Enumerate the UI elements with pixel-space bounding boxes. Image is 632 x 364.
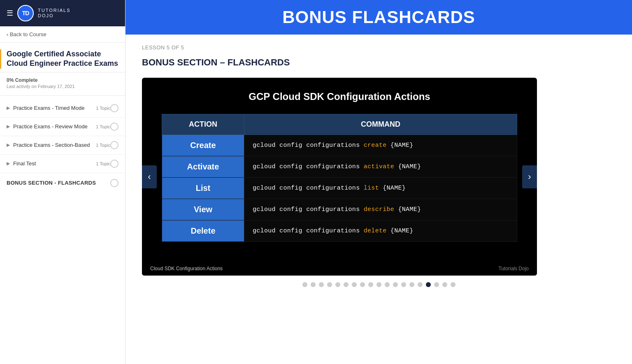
course-title: Google Certified Associate Cloud Enginee…	[0, 43, 125, 72]
sidebar-item-final-test-left: ▶ Final Test	[7, 160, 96, 167]
command-view: gcloud config configurations describe {N…	[244, 199, 517, 220]
carousel-dot[interactable]	[376, 282, 381, 287]
carousel-dot[interactable]	[368, 282, 373, 287]
sidebar-item-timed-mode-label: Practice Exams - Timed Mode	[13, 105, 84, 111]
carousel-dot[interactable]	[352, 282, 357, 287]
logo-icon: TD	[17, 5, 34, 21]
carousel-dot[interactable]	[311, 282, 316, 287]
carousel-dot[interactable]	[442, 282, 447, 287]
progress-percentage: 0% Complete	[7, 77, 118, 83]
progress-date: Last activity on February 17, 2021	[7, 84, 118, 89]
carousel-dot[interactable]	[302, 282, 307, 287]
flashcard-container: ‹ GCP Cloud SDK Configuration Actions AC…	[142, 78, 537, 276]
sidebar-item-timed-mode[interactable]: ▶ Practice Exams - Timed Mode 1 Topic	[0, 99, 125, 118]
action-activate: Activate	[162, 156, 244, 178]
sidebar-items: ▶ Practice Exams - Timed Mode 1 Topic ▶ …	[0, 96, 125, 196]
carousel-dot[interactable]	[344, 282, 349, 287]
command-activate: gcloud config configurations activate {N…	[244, 156, 517, 178]
sidebar-header: ☰ TD TUTORIALS DOJO	[0, 0, 125, 26]
sidebar-item-review-mode-circle	[110, 123, 118, 131]
action-list: List	[162, 178, 244, 199]
sidebar: ☰ TD TUTORIALS DOJO ‹ Back to Course Goo…	[0, 0, 125, 364]
sidebar-item-timed-mode-topic: 1 Topic	[96, 106, 110, 111]
prev-arrow-button[interactable]: ‹	[142, 165, 157, 188]
next-arrow-button[interactable]: ›	[522, 165, 537, 188]
main-content: BONUS FLASHCARDS LESSON 5 OF 5 BONUS SEC…	[125, 0, 632, 364]
chevron-right-icon: ▶	[7, 105, 10, 111]
table-row: Delete gcloud config configurations dele…	[162, 220, 517, 242]
sidebar-item-review-mode-left: ▶ Practice Exams - Review Mode	[7, 123, 96, 130]
flashcard-heading: GCP Cloud SDK Configuration Actions	[162, 91, 517, 102]
dots-container	[142, 282, 616, 287]
command-delete: gcloud config configurations delete {NAM…	[244, 220, 517, 242]
table-row: Activate gcloud config configurations ac…	[162, 156, 517, 178]
section-title: BONUS SECTION – FLASHCARDS	[142, 57, 616, 68]
sdk-table: ACTION COMMAND Create gcloud config conf…	[162, 114, 517, 242]
col-action-header: ACTION	[162, 114, 244, 135]
sidebar-item-final-test-circle	[110, 160, 118, 168]
lesson-indicator: LESSON 5 OF 5	[142, 44, 616, 51]
sidebar-item-timed-mode-circle	[110, 104, 118, 112]
sidebar-item-bonus-circle	[110, 179, 118, 187]
command-create: gcloud config configurations create {NAM…	[244, 135, 517, 156]
carousel-dot[interactable]	[319, 282, 324, 287]
chevron-right-icon: ▶	[7, 161, 10, 166]
carousel-dot[interactable]	[335, 282, 340, 287]
sidebar-item-review-mode[interactable]: ▶ Practice Exams - Review Mode 1 Topic	[0, 118, 125, 136]
table-row: Create gcloud config configurations crea…	[162, 135, 517, 156]
sidebar-item-final-test-label: Final Test	[13, 160, 36, 167]
table-row: List gcloud config configurations list {…	[162, 178, 517, 199]
card-footer-left: Cloud SDK Configuration Actions	[150, 266, 223, 271]
carousel-dot[interactable]	[426, 282, 431, 287]
card-footer-right: Tutorials Dojo	[498, 266, 529, 271]
sidebar-item-section-based-label: Practice Exams - Section-Based	[13, 142, 90, 148]
banner-title: BONUS FLASHCARDS	[282, 7, 475, 27]
logo-text: TUTORIALS DOJO	[38, 8, 71, 19]
sidebar-item-review-mode-topic: 1 Topic	[96, 124, 110, 129]
sidebar-item-review-mode-label: Practice Exams - Review Mode	[13, 123, 88, 130]
sidebar-item-final-test[interactable]: ▶ Final Test 1 Topic	[0, 155, 125, 173]
hamburger-icon[interactable]: ☰	[7, 9, 13, 18]
chevron-right-icon: ▶	[7, 142, 10, 148]
action-view: View	[162, 199, 244, 220]
sidebar-item-section-based[interactable]: ▶ Practice Exams - Section-Based 1 Topic	[0, 136, 125, 155]
flashcard-inner: GCP Cloud SDK Configuration Actions ACTI…	[142, 78, 537, 262]
sidebar-item-bonus-flashcards[interactable]: BONUS SECTION - FLASHCARDS	[0, 173, 125, 193]
carousel-dot[interactable]	[327, 282, 332, 287]
action-delete: Delete	[162, 220, 244, 242]
chevron-right-icon: ▶	[7, 124, 10, 129]
col-command-header: COMMAND	[244, 114, 517, 135]
content-area: LESSON 5 OF 5 BONUS SECTION – FLASHCARDS…	[125, 35, 632, 364]
carousel-dot[interactable]	[418, 282, 423, 287]
card-footer: Cloud SDK Configuration Actions Tutorial…	[142, 262, 537, 276]
sidebar-item-final-test-topic: 1 Topic	[96, 161, 110, 166]
carousel-dot[interactable]	[434, 282, 439, 287]
progress-section: 0% Complete Last activity on February 17…	[0, 72, 125, 96]
sidebar-item-section-based-topic: 1 Topic	[96, 143, 110, 148]
table-row: View gcloud config configurations descri…	[162, 199, 517, 220]
carousel-dot[interactable]	[360, 282, 365, 287]
sidebar-item-timed-mode-left: ▶ Practice Exams - Timed Mode	[7, 105, 96, 111]
back-to-course-link[interactable]: ‹ Back to Course	[0, 26, 125, 43]
carousel-dot[interactable]	[409, 282, 414, 287]
carousel-dot[interactable]	[393, 282, 398, 287]
sidebar-item-section-based-circle	[110, 141, 118, 149]
sidebar-item-bonus-label: BONUS SECTION - FLASHCARDS	[7, 180, 96, 186]
carousel-dot[interactable]	[385, 282, 390, 287]
action-create: Create	[162, 135, 244, 156]
top-banner: BONUS FLASHCARDS	[125, 0, 632, 35]
sidebar-item-section-based-left: ▶ Practice Exams - Section-Based	[7, 142, 96, 148]
command-list: gcloud config configurations list {NAME}	[244, 178, 517, 199]
carousel-dot[interactable]	[401, 282, 406, 287]
carousel-dot[interactable]	[451, 282, 455, 287]
